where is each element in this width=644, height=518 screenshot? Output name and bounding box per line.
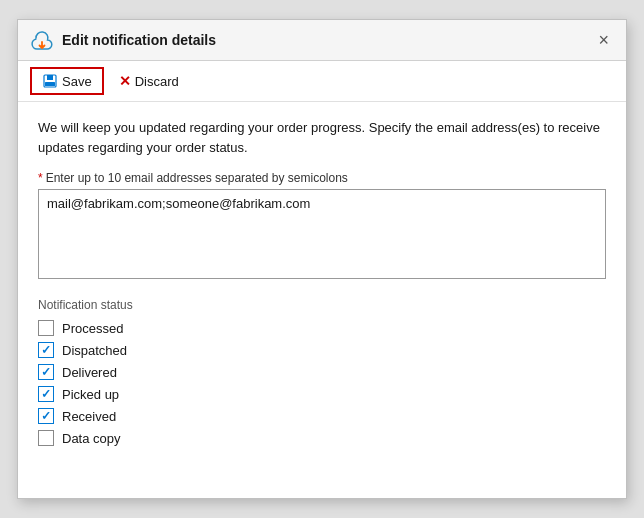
checkbox-data-copy[interactable] [38, 430, 54, 446]
checkbox-list: Processed ✓ Dispatched ✓ Delivered [38, 320, 606, 446]
checkbox-item-dispatched: ✓ Dispatched [38, 342, 606, 358]
discard-x-icon: ✕ [119, 73, 131, 89]
description-text: We will keep you updated regarding your … [38, 118, 606, 157]
checkbox-received[interactable]: ✓ [38, 408, 54, 424]
checkbox-picked-up[interactable]: ✓ [38, 386, 54, 402]
discard-label: Discard [135, 74, 179, 89]
cloud-icon [30, 28, 54, 52]
svg-rect-2 [45, 82, 55, 86]
checkbox-label-delivered[interactable]: Delivered [62, 365, 117, 380]
toolbar: Save ✕ Discard [18, 61, 626, 102]
email-input[interactable]: mail@fabrikam.com;someone@fabrikam.com [38, 189, 606, 279]
edit-notification-dialog: Edit notification details × Save ✕ Disca… [17, 19, 627, 499]
save-button[interactable]: Save [30, 67, 104, 95]
required-star: * [38, 171, 43, 185]
svg-rect-1 [47, 75, 53, 80]
checkbox-dispatched[interactable]: ✓ [38, 342, 54, 358]
checkbox-processed[interactable] [38, 320, 54, 336]
checkbox-delivered[interactable]: ✓ [38, 364, 54, 380]
save-icon [42, 73, 58, 89]
save-label: Save [62, 74, 92, 89]
checkmark-delivered: ✓ [41, 366, 51, 378]
close-button[interactable]: × [593, 29, 614, 51]
checkbox-item-processed: Processed [38, 320, 606, 336]
checkbox-label-data-copy[interactable]: Data copy [62, 431, 121, 446]
checkbox-item-picked-up: ✓ Picked up [38, 386, 606, 402]
title-left: Edit notification details [30, 28, 216, 52]
checkbox-label-dispatched[interactable]: Dispatched [62, 343, 127, 358]
checkmark-received: ✓ [41, 410, 51, 422]
checkbox-label-picked-up[interactable]: Picked up [62, 387, 119, 402]
checkbox-item-received: ✓ Received [38, 408, 606, 424]
checkmark-picked-up: ✓ [41, 388, 51, 400]
checkbox-label-processed[interactable]: Processed [62, 321, 123, 336]
discard-button[interactable]: ✕ Discard [108, 68, 190, 94]
dialog-title: Edit notification details [62, 32, 216, 48]
notification-section: Notification status Processed ✓ Dispatch… [38, 298, 606, 446]
checkbox-item-delivered: ✓ Delivered [38, 364, 606, 380]
field-label: *Enter up to 10 email addresses separate… [38, 171, 606, 185]
checkbox-item-data-copy: Data copy [38, 430, 606, 446]
checkbox-label-received[interactable]: Received [62, 409, 116, 424]
dialog-content: We will keep you updated regarding your … [18, 102, 626, 498]
notification-status-title: Notification status [38, 298, 606, 312]
checkmark-dispatched: ✓ [41, 344, 51, 356]
title-bar: Edit notification details × [18, 20, 626, 61]
